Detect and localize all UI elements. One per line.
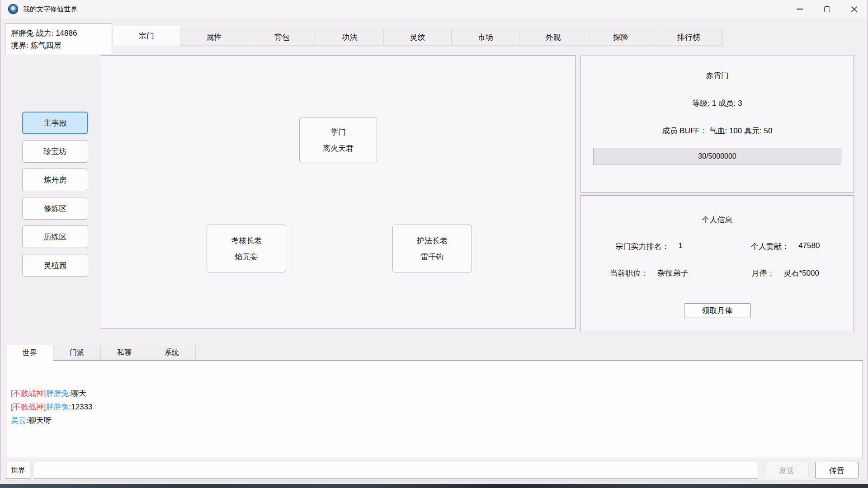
maximize-icon xyxy=(824,6,830,12)
sidebar-item-alchemy-room[interactable]: 炼丹房 xyxy=(22,169,88,191)
position-field: 当前职位： 杂役弟子 xyxy=(581,268,717,278)
contribution-field: 个人贡献： 47580 xyxy=(717,241,854,252)
salary-value: 灵石*5000 xyxy=(784,268,819,278)
personal-info-panel: 个人信息 宗门实力排名： 1 个人贡献： 47580 当前职位： 杂役弟子 月俸… xyxy=(580,195,854,332)
tab-appearance[interactable]: 外观 xyxy=(519,29,587,46)
tab-backpack[interactable]: 背包 xyxy=(248,29,316,46)
close-button[interactable] xyxy=(840,0,868,18)
tab-ranking[interactable]: 排行榜 xyxy=(655,29,723,46)
player-realm: 境界: 炼气四层 xyxy=(11,40,106,51)
chat-input[interactable] xyxy=(33,462,758,479)
chat-message-text: :聊天呀 xyxy=(26,416,52,425)
chat-tab-sect[interactable]: 门派 xyxy=(53,345,101,360)
chat-tab-world[interactable]: 世界 xyxy=(6,345,53,361)
tab-market[interactable]: 市场 xyxy=(452,29,519,46)
player-info-box: 胖胖兔 战力: 14886 境界: 炼气四层 xyxy=(5,23,112,55)
sect-exp-progress-text: 30/5000000 xyxy=(698,152,736,160)
chat-sender-name: 吴云 xyxy=(11,416,26,425)
salary-label: 月俸： xyxy=(752,268,775,278)
sect-exp-progressbar: 30/5000000 xyxy=(593,148,841,164)
position-label: 当前职位： xyxy=(610,268,648,278)
sidebar-item-spirit-garden[interactable]: 灵植园 xyxy=(22,254,88,277)
npc-title: 掌门 xyxy=(330,127,346,137)
sect-member-buff: 成员 BUFF： 气血: 100 真元: 50 xyxy=(662,126,773,136)
personal-row: 当前职位： 杂役弟子 月俸： 灵石*5000 xyxy=(581,268,854,278)
maximize-button[interactable] xyxy=(813,0,840,18)
minimize-button[interactable] xyxy=(786,0,813,18)
position-value: 杂役弟子 xyxy=(657,268,688,278)
window-title: 我的文字修仙世界 xyxy=(23,5,77,14)
close-icon xyxy=(851,6,858,13)
npc-name: 离火天君 xyxy=(323,143,354,154)
chat-message: 吴云:聊天呀 xyxy=(11,414,857,427)
chat-tab-bar: 世界 门派 私聊 系统 xyxy=(6,345,196,361)
sidebar-item-cultivation-area[interactable]: 修炼区 xyxy=(22,197,88,220)
sidebar-item-training-area[interactable]: 历练区 xyxy=(22,225,88,248)
screen: 我的文字修仙世界 胖胖兔 战力: 14886 境界: 炼气四层 xyxy=(0,0,868,488)
window-bottom-edge xyxy=(0,480,868,484)
sect-rank-value: 1 xyxy=(679,241,683,252)
npc-sect-leader[interactable]: 掌门 离火天君 xyxy=(299,117,377,163)
sect-name: 赤霄门 xyxy=(706,70,729,81)
app-window: 我的文字修仙世界 胖胖兔 战力: 14886 境界: 炼气四层 xyxy=(0,0,868,480)
sect-rank-label: 宗门实力排名： xyxy=(616,241,670,252)
npc-name: 焰无妄 xyxy=(235,252,258,262)
personal-info-title: 个人信息 xyxy=(581,215,854,225)
chat-message-text: :12333 xyxy=(69,403,92,411)
broadcast-button[interactable]: 传音 xyxy=(815,462,859,479)
main-tab-bar: 宗门 属性 背包 功法 灵纹 市场 外观 探险 排行榜 xyxy=(113,26,723,46)
sect-info-panel: 赤霄门 等级: 1 成员: 3 成员 BUFF： 气血: 100 真元: 50 … xyxy=(580,56,854,192)
player-name-power: 胖胖兔 战力: 14886 xyxy=(11,28,106,38)
npc-name: 雷千钧 xyxy=(421,252,444,262)
chat-channel-button[interactable]: 世界 xyxy=(6,462,30,479)
chat-message-text: :聊天 xyxy=(69,389,86,398)
npc-title: 考核长老 xyxy=(231,235,262,246)
sect-rank-field: 宗门实力排名： 1 xyxy=(581,241,717,252)
sect-level-members: 等级: 1 成员: 3 xyxy=(692,98,742,108)
personal-row: 宗门实力排名： 1 个人贡献： 47580 xyxy=(581,241,854,252)
contribution-value: 47580 xyxy=(798,241,820,252)
chat-tab-private[interactable]: 私聊 xyxy=(101,345,148,360)
tab-explore[interactable]: 探险 xyxy=(587,29,655,46)
contribution-label: 个人贡献： xyxy=(751,241,789,252)
sect-map-panel: 掌门 离火天君 考核长老 焰无妄 护法长老 雷千钧 xyxy=(101,55,576,329)
npc-title: 护法长老 xyxy=(417,235,448,246)
minimize-icon xyxy=(797,9,803,9)
window-controls xyxy=(786,0,868,18)
chat-sender-name: 胖胖兔 xyxy=(46,389,69,398)
taskbar-sliver xyxy=(0,484,868,488)
npc-exam-elder[interactable]: 考核长老 焰无妄 xyxy=(207,225,286,272)
send-button[interactable]: 发送 xyxy=(764,462,809,479)
chat-message: [不败战神]胖胖兔:12333 xyxy=(11,400,857,414)
sidebar-item-treasure-shop[interactable]: 珍宝坊 xyxy=(22,140,88,163)
claim-salary-button[interactable]: 领取月俸 xyxy=(684,303,751,318)
tab-zongmen[interactable]: 宗门 xyxy=(113,26,180,46)
salary-field: 月俸： 灵石*5000 xyxy=(717,268,854,278)
chat-log: [不败战神]胖胖兔:聊天 [不败战神]胖胖兔:12333 吴云:聊天呀 xyxy=(6,360,863,457)
tab-lingwen[interactable]: 灵纹 xyxy=(384,29,452,46)
sidebar-item-main-hall[interactable]: 主事殿 xyxy=(22,112,88,134)
app-logo-icon xyxy=(8,4,18,14)
chat-title-tag: [不败战神] xyxy=(11,389,46,398)
tab-gongfa[interactable]: 功法 xyxy=(316,29,384,46)
chat-tab-system[interactable]: 系统 xyxy=(148,345,196,360)
tab-attributes[interactable]: 属性 xyxy=(180,29,248,46)
npc-guard-elder[interactable]: 护法长老 雷千钧 xyxy=(392,225,472,272)
chat-message: [不败战神]胖胖兔:聊天 xyxy=(11,387,857,400)
chat-title-tag: [不败战神] xyxy=(11,403,46,411)
title-bar: 我的文字修仙世界 xyxy=(0,0,868,18)
chat-sender-name: 胖胖兔 xyxy=(46,403,69,411)
